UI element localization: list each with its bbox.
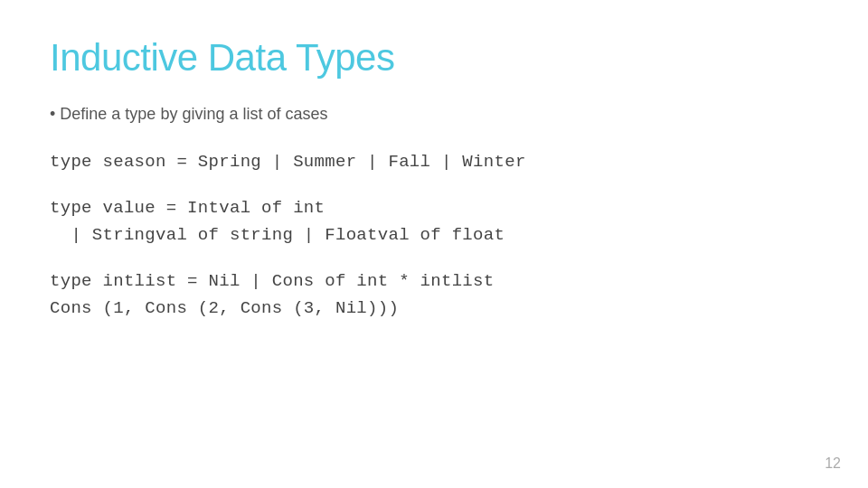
code-block-intlist: type intlist = Nil | Cons of int * intli… (50, 268, 818, 322)
page-number: 12 (825, 455, 841, 472)
bullet-define-type: Define a type by giving a list of cases (50, 105, 818, 124)
slide: Inductive Data Types Define a type by gi… (0, 0, 868, 488)
code-block-value: type value = Intval of int | Stringval o… (50, 195, 818, 249)
code-line-intlist-1: type intlist = Nil | Cons of int * intli… (50, 268, 818, 295)
slide-title: Inductive Data Types (50, 36, 818, 80)
code-line-value-2: | Stringval of string | Floatval of floa… (50, 222, 818, 249)
code-line-value-1: type value = Intval of int (50, 195, 818, 221)
code-line-intlist-2: Cons (1, Cons (2, Cons (3, Nil))) (50, 296, 818, 322)
code-block-season: type season = Spring | Summer | Fall | W… (50, 149, 818, 175)
code-line-season-1: type season = Spring | Summer | Fall | W… (50, 149, 818, 175)
